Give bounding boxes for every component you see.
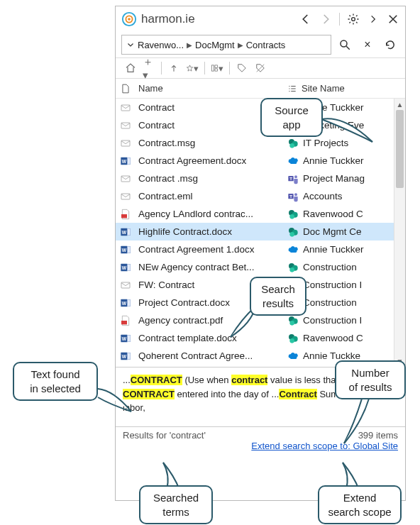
table-row[interactable]: WContract Agreement.docxAnnie Tuckker <box>116 152 405 170</box>
header-actions <box>299 13 399 26</box>
file-name: NEw Agency contract Bet... <box>136 262 287 272</box>
expand-icon[interactable] <box>367 13 380 26</box>
callout-search-results: Search results <box>250 277 306 316</box>
site-name: Doc Mgmt Ce <box>303 226 362 237</box>
location-row: Ravenwo... ▶ DocMgmt ▶ Contracts × <box>116 32 405 57</box>
site-name: Construction <box>303 297 357 308</box>
site-cell: Ravenwood C <box>287 209 394 220</box>
svg-rect-54 <box>128 299 131 306</box>
scroll-track[interactable] <box>394 110 405 355</box>
site-name: Construction I <box>303 315 362 326</box>
file-type-column-icon[interactable] <box>116 83 136 94</box>
highlight: CONTRACT <box>131 375 182 385</box>
svg-point-2 <box>128 18 131 21</box>
callout-tail-icon <box>341 397 383 447</box>
refresh-icon[interactable] <box>381 35 399 54</box>
separator <box>161 62 162 74</box>
svg-rect-70 <box>128 353 131 359</box>
svg-rect-5 <box>211 65 214 71</box>
file-name: Contract Agreement 1.docx <box>136 244 287 255</box>
svg-rect-64 <box>128 335 131 341</box>
svg-rect-14 <box>121 140 130 146</box>
svg-text:W: W <box>122 229 127 234</box>
back-icon[interactable] <box>299 13 312 26</box>
svg-point-17 <box>289 143 294 148</box>
file-type-icon: W <box>116 155 136 167</box>
tag-icon[interactable] <box>236 62 248 74</box>
forward-icon[interactable] <box>319 13 332 26</box>
svg-point-67 <box>289 338 294 343</box>
file-type-icon <box>116 138 136 149</box>
gear-icon[interactable] <box>347 13 360 26</box>
site-name: Project Manag <box>303 173 365 184</box>
file-type-icon: W <box>116 333 136 344</box>
search-icon[interactable] <box>336 35 354 54</box>
svg-rect-21 <box>121 176 130 182</box>
table-row[interactable]: Contract .msgTProject Manag <box>116 170 405 187</box>
svg-rect-6 <box>215 65 218 68</box>
tag-alt-icon[interactable] <box>254 62 267 74</box>
svg-point-38 <box>289 232 294 237</box>
preview-text: (Use when <box>182 375 231 385</box>
site-cell: Construction <box>287 262 394 273</box>
callout-extend-scope: Extend search scope <box>318 485 402 524</box>
svg-text:T: T <box>289 194 292 198</box>
file-name: Qoherent Contract Agree... <box>136 350 287 361</box>
file-name: Highlife Contract.docx <box>136 226 287 237</box>
site-cell: Doc Mgmt Ce <box>287 226 394 238</box>
separator <box>229 62 230 74</box>
home-icon[interactable] <box>124 62 137 74</box>
close-icon[interactable] <box>387 13 399 26</box>
file-type-icon <box>116 315 136 326</box>
breadcrumb-part: Contracts <box>246 40 286 50</box>
chevron-down-icon <box>126 40 135 49</box>
svg-point-28 <box>294 193 297 196</box>
star-outline-icon[interactable]: ▾ <box>186 62 199 74</box>
svg-rect-20 <box>128 158 131 164</box>
breadcrumb[interactable]: Ravenwo... ▶ DocMgmt ▶ Contracts <box>121 35 331 55</box>
file-type-icon: W <box>116 244 136 255</box>
clear-icon[interactable]: × <box>358 35 377 54</box>
svg-text:T: T <box>289 176 292 180</box>
plus-icon[interactable]: ＋ ▾ <box>143 62 155 74</box>
file-name: Contract Agreement.docx <box>136 155 287 166</box>
layout-icon[interactable]: ▾ <box>211 62 223 74</box>
site-cell: TAccounts <box>287 191 394 202</box>
file-type-icon <box>116 191 136 202</box>
table-row[interactable]: Agency LAndlord contrac...Ravenwood C <box>116 205 405 223</box>
table-row[interactable]: Contract.emlTAccounts <box>116 187 405 205</box>
file-type-icon: W <box>116 297 136 309</box>
site-name: Annie Tuckker <box>303 155 364 166</box>
svg-rect-29 <box>121 214 127 218</box>
highlight: Contract <box>279 389 316 399</box>
svg-text:W: W <box>122 158 127 163</box>
file-type-icon <box>116 120 136 131</box>
svg-point-3 <box>352 18 355 21</box>
file-type-icon <box>116 280 136 291</box>
file-name: Contract.msg <box>136 138 287 148</box>
site-cell: Ravenwood C <box>287 333 394 344</box>
scroll-up-icon[interactable]: ▲ <box>394 99 405 110</box>
breadcrumb-sep-icon: ▶ <box>238 41 243 49</box>
scroll-thumb[interactable] <box>396 110 404 188</box>
site-cell: TProject Manag <box>287 173 394 184</box>
table-row[interactable]: WContract Agreement 1.docxAnnie Tuckker <box>116 241 405 258</box>
upload-icon[interactable] <box>167 62 180 74</box>
name-column[interactable]: Name <box>136 83 287 94</box>
table-row[interactable]: WNEw Agency contract Bet...Construction <box>116 258 405 276</box>
separator <box>204 62 205 74</box>
callout-tail-icon <box>316 114 380 149</box>
scrollbar[interactable]: ▲ ▼ <box>394 99 405 367</box>
breadcrumb-part: Ravenwo... <box>138 40 184 50</box>
file-type-icon: W <box>116 226 136 238</box>
results-label: Results for 'contract' <box>123 430 206 441</box>
file-name: Contract.eml <box>136 191 287 201</box>
file-name: Contract .msg <box>136 173 287 184</box>
site-column[interactable]: Site Name <box>287 83 394 94</box>
site-name: Ravenwood C <box>303 333 363 343</box>
brand-logo-icon <box>121 11 137 27</box>
panel-header: harmon.ie <box>116 6 405 32</box>
site-column-label: Site Name <box>302 83 345 94</box>
svg-point-61 <box>289 321 294 326</box>
table-row[interactable]: WHighlife Contract.docxDoc Mgmt Ce <box>116 223 405 241</box>
